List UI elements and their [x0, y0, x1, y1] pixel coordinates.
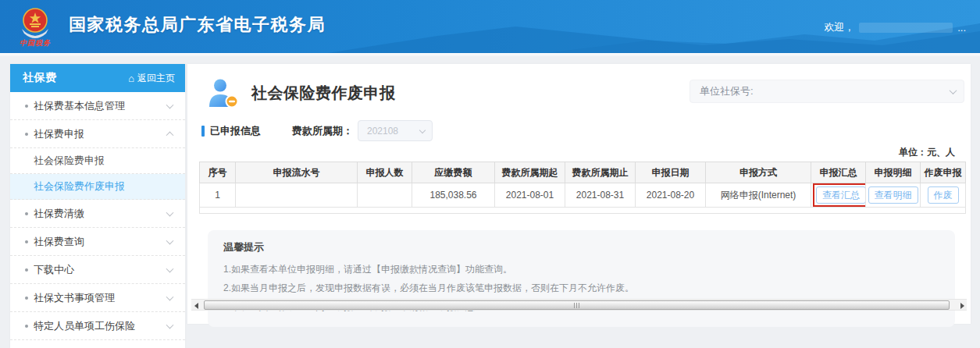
chevron-down-icon: [166, 208, 174, 216]
sidebar: 社保费 ⌂ 返回主页 社保费基本信息管理 社保费申报 社会保险费申报 社会保险费…: [10, 64, 185, 348]
sidebar-item-label: 下载中心: [34, 263, 74, 277]
chevron-down-icon: [166, 101, 174, 108]
sidebar-item-special-injury-insurance[interactable]: 特定人员单项工伤保险: [10, 312, 185, 340]
sidebar-title: 社保费: [23, 71, 57, 85]
return-home-link[interactable]: ⌂ 返回主页: [128, 72, 175, 85]
bullet-icon: [25, 133, 28, 136]
sidebar-item-label: 社保费基本信息管理: [34, 99, 125, 113]
chevron-down-icon: [166, 265, 174, 272]
period-label: 费款所属期：: [292, 124, 353, 138]
tips-line-1: 1.如果查看本单位申报明细，请通过【申报缴款情况查询】功能查询。: [223, 260, 939, 279]
table-footer-cell: [200, 208, 966, 214]
col-detail: 申报明细: [866, 162, 921, 183]
sidebar-item-label: 社保费清缴: [34, 207, 84, 221]
bullet-icon: [25, 105, 28, 108]
col-seq: 序号: [200, 162, 236, 183]
scroll-left-arrow[interactable]: [191, 300, 201, 311]
tips-panel: 温馨提示 1.如果查看本单位申报明细，请通过【申报缴款情况查询】功能查询。 2.…: [208, 230, 955, 327]
bullet-icon: [25, 268, 28, 272]
bullet-icon: [25, 240, 28, 243]
col-payable-amount: 应缴费额: [412, 162, 495, 183]
sidebar-item-label: 特定人员单项工伤保险: [34, 319, 135, 333]
cell-serial-no: [236, 183, 358, 208]
declared-records-table: 序号 申报流水号 申报人数 应缴费额 费款所属期起 费款所属期止 申报日期 申报…: [199, 162, 966, 214]
col-declare-date: 申报日期: [636, 162, 706, 183]
sidebar-item-social-insurance-declare[interactable]: 社会保险费申报: [10, 148, 185, 174]
header-bottom-strip: [0, 53, 980, 56]
sidebar-item-label: 社保费申报: [34, 127, 84, 141]
cell-period-end: 2021-08-31: [565, 183, 636, 208]
chevron-down-icon: [419, 127, 426, 133]
cell-period-start: 2021-08-01: [495, 183, 565, 208]
chevron-down-icon: [166, 321, 174, 328]
main-panel: 社会保险费作废申报 单位社保号: 已申报信息 费款所属期： 202108 单位：…: [187, 64, 971, 324]
home-icon: ⌂: [128, 73, 134, 83]
unit-note: 单位：元、人: [187, 146, 971, 159]
col-serial-no: 申报流水号: [236, 162, 358, 183]
national-emblem-icon: [18, 7, 52, 40]
col-people-count: 申报人数: [358, 162, 412, 183]
page-title: 社会保险费作废申报: [251, 83, 396, 104]
sidebar-item-fee-query[interactable]: 社保费查询: [10, 228, 185, 256]
sidebar-item-declare-group[interactable]: 社保费申报: [10, 120, 185, 148]
chevron-up-icon: [166, 131, 174, 139]
sidebar-item-document-management[interactable]: 社保文书事项管理: [10, 284, 185, 312]
tips-title: 温馨提示: [223, 240, 939, 254]
view-detail-button[interactable]: 查看明细: [868, 186, 918, 204]
period-select-disabled[interactable]: 202108: [358, 120, 433, 141]
sidebar-item-download-center[interactable]: 下载中心: [10, 256, 185, 284]
tips-line-2: 2.如果当月申报之后，发现申报数据有误，必须在当月作废该笔申报数据，否则在下月不…: [223, 279, 939, 297]
sidebar-item-label: 社会保险费申报: [34, 154, 105, 168]
company-ssn-select[interactable]: 单位社保号:: [690, 80, 964, 103]
return-home-label: 返回主页: [137, 72, 175, 85]
tax-bureau-logo: 中国税务: [12, 7, 58, 48]
bullet-icon: [25, 297, 28, 300]
cell-seq: 1: [200, 183, 236, 208]
welcome-label: 欢迎，: [824, 20, 854, 34]
sidebar-item-fee-settlement[interactable]: 社保费清缴: [10, 200, 185, 228]
col-period-start: 费款所属期起: [495, 162, 565, 183]
scroll-right-arrow[interactable]: [957, 300, 967, 311]
section-accent-bar: [201, 126, 205, 137]
site-title: 国家税务总局广东省电子税务局: [69, 13, 326, 37]
cell-summary: 查看汇总: [811, 183, 866, 208]
sidebar-header: 社保费 ⌂ 返回主页: [10, 64, 185, 92]
table-footer-row: [200, 208, 966, 214]
table-row: 1 185,038.56 2021-08-01 2021-08-31 2021-…: [200, 183, 966, 208]
bullet-icon: [25, 325, 28, 328]
app-header: 中国税务 国家税务总局广东省电子税务局 欢迎， ...: [0, 0, 980, 53]
void-button[interactable]: 作废: [928, 186, 959, 204]
welcome-user-area[interactable]: 欢迎， ...: [824, 20, 966, 34]
col-summary: 申报汇总: [811, 162, 866, 183]
sidebar-item-label: 社保费查询: [34, 235, 84, 249]
sidebar-item-label: 社保文书事项管理: [34, 291, 115, 305]
scrollbar-grip-icon: [574, 303, 580, 308]
cell-declare-date: 2021-08-20: [636, 183, 706, 208]
user-name-redacted: [859, 23, 953, 33]
cell-void: 作废: [921, 183, 966, 208]
sidebar-item-basic-info[interactable]: 社保费基本信息管理: [10, 92, 185, 120]
col-period-end: 费款所属期止: [565, 162, 636, 183]
bullet-icon: [25, 212, 28, 215]
welcome-ellipsis: ...: [957, 22, 966, 34]
annotation-highlight-box: 查看汇总: [813, 183, 866, 207]
company-ssn-label: 单位社保号:: [700, 84, 754, 98]
scrollbar-thumb[interactable]: [204, 300, 950, 310]
table-header-row: 序号 申报流水号 申报人数 应缴费额 费款所属期起 费款所属期止 申报日期 申报…: [200, 162, 966, 183]
sidebar-item-void-declare-active[interactable]: 社会保险费作废申报: [10, 174, 185, 200]
col-void: 作废申报: [921, 162, 966, 183]
cell-declare-method: 网络申报(Internet): [706, 183, 811, 208]
cell-payable-amount: 185,038.56: [412, 183, 495, 208]
horizontal-scrollbar[interactable]: [191, 299, 967, 311]
chevron-down-icon: [166, 236, 174, 244]
declared-info-label: 已申报信息: [210, 124, 261, 138]
view-summary-button[interactable]: 查看汇总: [816, 186, 866, 204]
cell-detail: 查看明细: [866, 183, 921, 208]
chevron-down-icon: [950, 87, 957, 94]
person-void-icon: [208, 77, 239, 108]
sidebar-item-label: 社会保险费作废申报: [34, 179, 125, 194]
logo-caption: 中国税务: [12, 38, 58, 48]
col-declare-method: 申报方式: [706, 162, 811, 183]
cell-people-count: [358, 183, 412, 208]
chevron-down-icon: [166, 293, 174, 300]
